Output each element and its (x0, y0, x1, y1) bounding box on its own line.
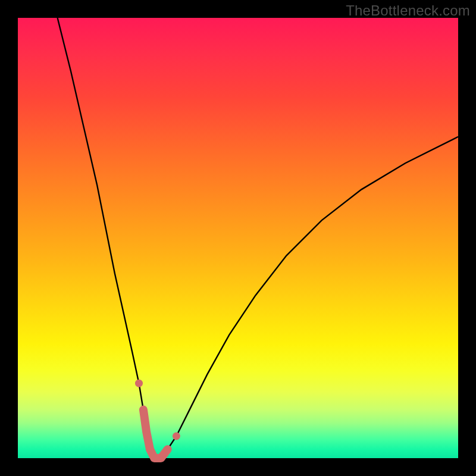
highlight-path (143, 410, 168, 458)
watermark-text: TheBottleneck.com (346, 2, 470, 19)
chart-frame: TheBottleneck.com (0, 0, 476, 476)
bottleneck-curve-path (58, 18, 458, 458)
highlight-dot (173, 433, 180, 440)
plot-area (18, 18, 458, 458)
highlight-dot (135, 380, 143, 387)
curve-svg (18, 18, 458, 458)
